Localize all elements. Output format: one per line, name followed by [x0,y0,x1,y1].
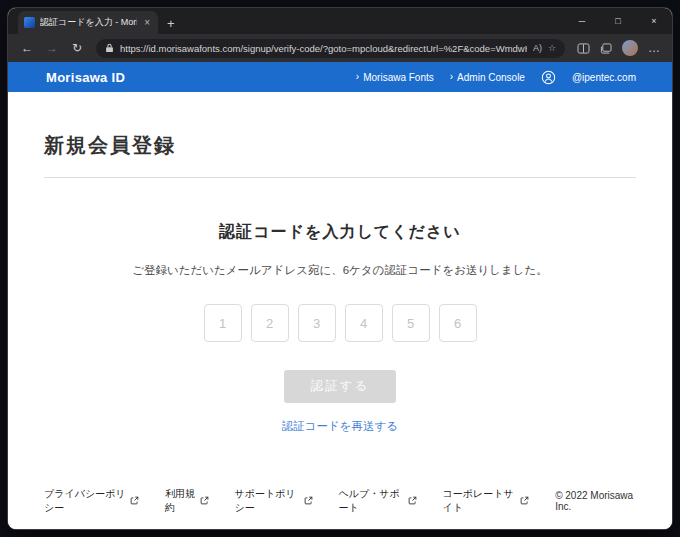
site-footer: プライバシーポリシー 利用規約 サポートポリシー ヘルプ・サポート [44,487,636,515]
code-digit-input-2[interactable] [251,304,289,342]
verify-heading: 認証コードを入力してください [44,222,636,243]
footer-link-label: ヘルプ・サポート [339,487,405,515]
tab-close-icon[interactable]: × [142,17,152,28]
title-divider [44,177,636,178]
footer-link-corporate-site[interactable]: コーポレートサイト [443,487,530,515]
refresh-button[interactable]: ↻ [66,41,88,55]
copyright-text: © 2022 Morisawa Inc. [555,490,636,512]
browser-toolbar: ← → ↻ https://id.morisawafonts.com/signu… [8,34,672,62]
site-header-nav: › Morisawa Fonts › Admin Console @ipente… [356,70,636,85]
external-link-icon [520,496,529,507]
resend-code-link[interactable]: 認証コードを再送する [282,419,398,434]
read-aloud-icon[interactable]: A) [533,44,542,53]
page-content: Morisawa ID › Morisawa Fonts › Admin Con… [8,62,672,529]
code-digit-input-3[interactable] [298,304,336,342]
address-bar[interactable]: https://id.morisawafonts.com/signup/veri… [96,39,565,58]
browser-window: 認証コードを入力 - Morisawa ID × + ─ □ × ← → ↻ h… [8,8,672,529]
browser-titlebar: 認証コードを入力 - Morisawa ID × + ─ □ × [8,8,672,34]
footer-link-privacy-policy[interactable]: プライバシーポリシー [44,487,139,515]
code-digit-input-5[interactable] [392,304,430,342]
verify-section: 認証コードを入力してください ご登録いただいたメールアドレス宛に、6ケタの認証コ… [44,222,636,434]
desktop-background: 認証コードを入力 - Morisawa ID × + ─ □ × ← → ↻ h… [0,0,680,537]
chevron-right-icon: › [450,72,453,82]
account-person-icon[interactable] [541,70,556,85]
footer-link-terms[interactable]: 利用規約 [165,487,208,515]
footer-link-label: サポートポリシー [235,487,301,515]
main-area: 新規会員登録 認証コードを入力してください ご登録いただいたメールアドレス宛に、… [8,92,672,529]
footer-link-help-support[interactable]: ヘルプ・サポート [339,487,417,515]
profile-avatar[interactable] [622,40,638,56]
verify-submit-button[interactable]: 認証する [284,370,397,403]
external-link-icon [200,496,209,507]
code-digit-input-6[interactable] [439,304,477,342]
close-button[interactable]: × [636,8,672,34]
minimize-button[interactable]: ─ [564,8,600,34]
menu-ellipsis-icon[interactable]: … [644,42,664,54]
chevron-right-icon: › [356,72,359,82]
external-link-icon [304,496,313,507]
footer-link-label: プライバシーポリシー [44,487,127,515]
new-tab-button[interactable]: + [167,17,175,30]
browser-tab[interactable]: 認証コードを入力 - Morisawa ID × [18,11,158,34]
url-text: https://id.morisawafonts.com/signup/veri… [120,43,527,54]
tab-title: 認証コードを入力 - Morisawa ID [40,16,137,29]
footer-link-label: コーポレートサイト [443,487,518,515]
split-screen-icon[interactable] [573,43,593,54]
lock-icon[interactable] [105,43,114,53]
favorite-star-icon[interactable]: ☆ [548,44,556,53]
footer-link-label: 利用規約 [165,487,196,515]
nav-link-label: Morisawa Fonts [363,72,434,83]
site-header: Morisawa ID › Morisawa Fonts › Admin Con… [8,62,672,92]
forward-button[interactable]: → [41,41,63,55]
nav-link-admin-console[interactable]: › Admin Console [450,72,525,83]
nav-link-label: Admin Console [457,72,525,83]
code-input-row [44,304,636,342]
brand-logo[interactable]: Morisawa ID [46,70,125,85]
footer-link-support-policy[interactable]: サポートポリシー [235,487,313,515]
code-digit-input-1[interactable] [204,304,242,342]
collections-icon[interactable] [596,43,616,54]
account-email[interactable]: @ipentec.com [572,72,636,83]
tab-favicon-icon [24,17,35,28]
nav-link-morisawa-fonts[interactable]: › Morisawa Fonts [356,72,434,83]
maximize-button[interactable]: □ [600,8,636,34]
window-controls: ─ □ × [564,8,672,34]
page-title: 新規会員登録 [44,132,636,159]
external-link-icon [408,496,417,507]
code-digit-input-4[interactable] [345,304,383,342]
verify-description: ご登録いただいたメールアドレス宛に、6ケタの認証コードをお送りしました。 [44,263,636,278]
back-button[interactable]: ← [16,41,38,55]
external-link-icon [130,496,139,507]
